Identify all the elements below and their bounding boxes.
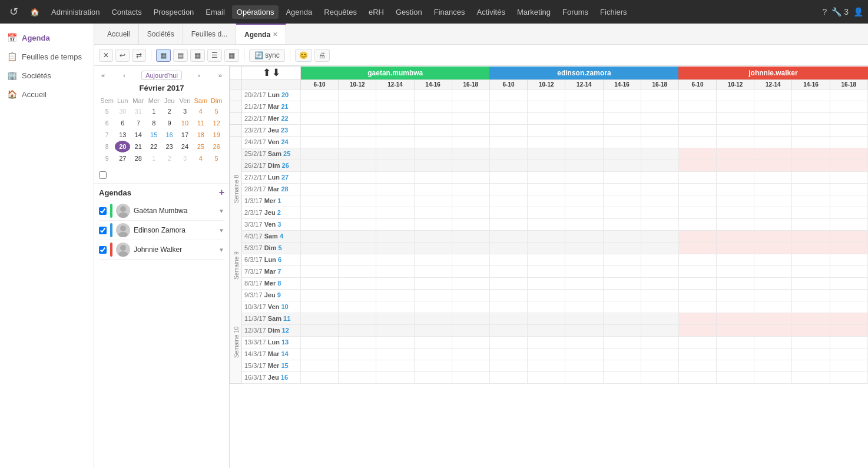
cal-day[interactable]: 4 <box>193 152 208 164</box>
schedule-cell[interactable] <box>301 207 339 218</box>
schedule-cell[interactable] <box>830 242 867 254</box>
schedule-cell[interactable] <box>301 148 339 160</box>
schedule-cell[interactable] <box>489 136 527 148</box>
schedule-cell[interactable] <box>792 171 830 183</box>
nav-fichiers[interactable]: Fichiers <box>595 5 632 19</box>
schedule-cell[interactable] <box>641 218 678 230</box>
schedule-cell[interactable] <box>641 301 678 313</box>
sidebar-item-accueil[interactable]: 🏠 Accueil <box>0 85 94 104</box>
schedule-cell[interactable] <box>754 289 792 301</box>
schedule-cell[interactable] <box>339 324 376 336</box>
schedule-cell[interactable] <box>792 183 830 195</box>
schedule-cell[interactable] <box>528 218 565 230</box>
schedule-cell[interactable] <box>754 124 792 136</box>
tab-feuilles[interactable]: Feuilles d... <box>183 24 236 44</box>
schedule-cell[interactable] <box>830 171 867 183</box>
tab-accueil[interactable]: Accueil <box>99 24 139 44</box>
schedule-cell[interactable] <box>489 207 527 218</box>
schedule-cell[interactable] <box>678 101 716 112</box>
schedule-cell[interactable] <box>603 289 641 301</box>
cal-day[interactable]: 3 <box>177 105 193 117</box>
schedule-cell[interactable] <box>717 313 754 324</box>
add-agenda-button[interactable]: + <box>219 187 224 198</box>
cal-day[interactable]: 13 <box>115 129 130 141</box>
schedule-cell[interactable] <box>603 254 641 265</box>
schedule-cell[interactable] <box>452 336 489 348</box>
nav-activites[interactable]: Activités <box>472 5 510 19</box>
view-month-button[interactable]: ▦ <box>190 49 205 62</box>
schedule-cell[interactable] <box>301 230 339 242</box>
schedule-cell[interactable] <box>641 265 678 277</box>
schedule-cell[interactable] <box>528 136 565 148</box>
schedule-cell[interactable] <box>414 277 452 289</box>
schedule-cell[interactable] <box>376 289 414 301</box>
sidebar-item-feuilles[interactable]: 📋 Feuilles de temps <box>0 47 94 66</box>
schedule-cell[interactable] <box>830 207 867 218</box>
schedule-cell[interactable] <box>717 242 754 254</box>
schedule-cell[interactable] <box>339 289 376 301</box>
schedule-cell[interactable] <box>717 371 754 383</box>
schedule-cell[interactable] <box>452 348 489 360</box>
schedule-cell[interactable] <box>678 183 716 195</box>
upload-icon[interactable]: ⬆ <box>263 68 270 78</box>
schedule-cell[interactable] <box>301 89 339 101</box>
tools-icon[interactable]: 🔧 3 <box>831 7 849 16</box>
schedule-cell[interactable] <box>452 112 489 124</box>
schedule-cell[interactable] <box>376 101 414 112</box>
schedule-cell[interactable] <box>754 348 792 360</box>
schedule-cell[interactable] <box>830 218 867 230</box>
schedule-cell[interactable] <box>489 89 527 101</box>
schedule-cell[interactable] <box>565 207 603 218</box>
schedule-cell[interactable] <box>414 265 452 277</box>
schedule-cell[interactable] <box>641 289 678 301</box>
schedule-cell[interactable] <box>489 242 527 254</box>
nav-requetes[interactable]: Requêtes <box>319 5 362 19</box>
next-month[interactable]: › <box>196 71 203 79</box>
schedule-cell[interactable] <box>678 230 716 242</box>
schedule-cell[interactable] <box>717 301 754 313</box>
schedule-cell[interactable] <box>603 265 641 277</box>
schedule-cell[interactable] <box>452 301 489 313</box>
schedule-cell[interactable] <box>565 183 603 195</box>
schedule-cell[interactable] <box>603 277 641 289</box>
schedule-cell[interactable] <box>717 160 754 171</box>
schedule-cell[interactable] <box>376 230 414 242</box>
schedule-cell[interactable] <box>565 160 603 171</box>
schedule-cell[interactable] <box>376 265 414 277</box>
schedule-cell[interactable] <box>678 313 716 324</box>
schedule-cell[interactable] <box>678 242 716 254</box>
cal-day[interactable]: 1 <box>146 152 161 164</box>
schedule-cell[interactable] <box>641 136 678 148</box>
schedule-cell[interactable] <box>678 289 716 301</box>
schedule-cell[interactable] <box>830 289 867 301</box>
schedule-cell[interactable] <box>754 171 792 183</box>
schedule-cell[interactable] <box>301 171 339 183</box>
schedule-cell[interactable] <box>754 160 792 171</box>
schedule-cell[interactable] <box>792 348 830 360</box>
schedule-cell[interactable] <box>754 148 792 160</box>
schedule-cell[interactable] <box>678 218 716 230</box>
schedule-cell[interactable] <box>376 277 414 289</box>
schedule-cell[interactable] <box>830 101 867 112</box>
schedule-cell[interactable] <box>339 265 376 277</box>
schedule-cell[interactable] <box>452 218 489 230</box>
schedule-cell[interactable] <box>528 112 565 124</box>
schedule-cell[interactable] <box>528 183 565 195</box>
print-button[interactable]: 🖨 <box>314 49 330 62</box>
cal-day[interactable]: 7 <box>130 117 145 129</box>
schedule-cell[interactable] <box>452 242 489 254</box>
schedule-cell[interactable] <box>717 324 754 336</box>
cal-day[interactable]: 17 <box>177 129 193 141</box>
nav-agenda[interactable]: Agenda <box>281 5 317 19</box>
schedule-cell[interactable] <box>301 324 339 336</box>
view-week-button[interactable]: ▤ <box>173 49 188 62</box>
schedule-cell[interactable] <box>830 112 867 124</box>
schedule-cell[interactable] <box>489 183 527 195</box>
schedule-cell[interactable] <box>301 218 339 230</box>
schedule-cell[interactable] <box>339 348 376 360</box>
schedule-cell[interactable] <box>717 289 754 301</box>
schedule-cell[interactable] <box>301 265 339 277</box>
schedule-cell[interactable] <box>528 301 565 313</box>
schedule-cell[interactable] <box>414 89 452 101</box>
cal-day[interactable]: 6 <box>115 117 130 129</box>
